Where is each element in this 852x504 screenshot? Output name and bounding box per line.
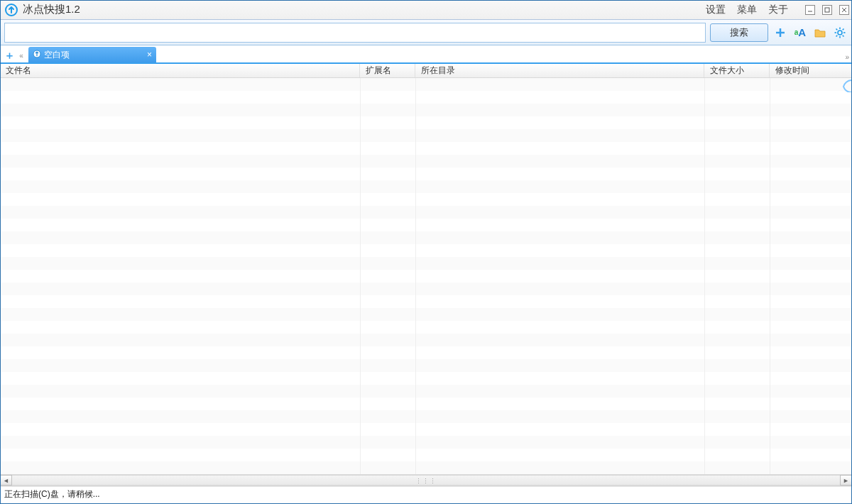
table-row bbox=[0, 321, 852, 334]
search-input[interactable] bbox=[4, 23, 706, 43]
scroll-indicator-icon bbox=[842, 80, 852, 92]
table-row bbox=[0, 104, 852, 116]
gear-icon[interactable] bbox=[832, 25, 848, 40]
table-row bbox=[0, 168, 852, 180]
table-row bbox=[0, 206, 852, 219]
column-dir[interactable]: 所在目录 bbox=[415, 64, 704, 77]
menu-about[interactable]: 关于 bbox=[768, 4, 788, 16]
table-row bbox=[0, 372, 852, 385]
status-text: 正在扫描(C)盘，请稍候... bbox=[4, 488, 100, 500]
table-row bbox=[0, 334, 852, 346]
column-ext[interactable]: 扩展名 bbox=[360, 64, 415, 77]
new-tab-button[interactable]: ＋ bbox=[3, 48, 16, 62]
table-row bbox=[0, 180, 852, 193]
table-row bbox=[0, 423, 852, 436]
svg-line-14 bbox=[843, 28, 844, 30]
table-row bbox=[0, 91, 852, 104]
table-row bbox=[0, 449, 852, 461]
table-row bbox=[0, 231, 852, 244]
table-row bbox=[0, 155, 852, 168]
results-list bbox=[0, 78, 852, 474]
tab-label: 空白项 bbox=[44, 49, 70, 61]
svg-line-12 bbox=[836, 28, 838, 30]
column-size[interactable]: 文件大小 bbox=[704, 64, 770, 77]
column-divider bbox=[704, 78, 705, 474]
app-title: 冰点快搜1.2 bbox=[23, 3, 80, 16]
table-row bbox=[0, 129, 852, 142]
table-row bbox=[0, 219, 852, 231]
column-divider bbox=[770, 78, 770, 474]
search-bar: 搜索 aA bbox=[0, 20, 852, 45]
table-row bbox=[0, 398, 852, 410]
minimize-button[interactable] bbox=[805, 5, 815, 15]
menu-menu[interactable]: 菜单 bbox=[737, 4, 757, 16]
tab-icon bbox=[33, 50, 41, 60]
tab-blank[interactable]: 空白项 × bbox=[28, 47, 156, 62]
column-mtime[interactable]: 修改时间 bbox=[770, 64, 852, 77]
table-row bbox=[0, 461, 852, 474]
svg-line-13 bbox=[843, 35, 844, 36]
folder-icon[interactable] bbox=[812, 25, 828, 40]
scroll-left-button[interactable]: ◄ bbox=[0, 475, 12, 486]
table-row bbox=[0, 359, 852, 372]
table-row bbox=[0, 308, 852, 321]
table-row bbox=[0, 244, 852, 257]
scroll-grip-icon: ⋮⋮⋮ bbox=[415, 478, 437, 485]
close-button[interactable] bbox=[839, 5, 849, 15]
table-row bbox=[0, 116, 852, 129]
table-row bbox=[0, 270, 852, 283]
tab-scroll-left[interactable]: « bbox=[16, 48, 27, 62]
table-row bbox=[0, 257, 852, 270]
tab-close-icon[interactable]: × bbox=[147, 50, 152, 60]
status-bar: 正在扫描(C)盘，请稍候... bbox=[0, 486, 852, 501]
tab-bar: ＋ « 空白项 × » bbox=[0, 45, 852, 64]
table-row bbox=[0, 78, 852, 91]
tab-scroll-right[interactable]: » bbox=[845, 53, 849, 61]
table-row bbox=[0, 410, 852, 423]
title-menu: 设置 菜单 关于 bbox=[706, 4, 788, 16]
table-row bbox=[0, 193, 852, 206]
horizontal-scrollbar[interactable]: ◄ ⋮⋮⋮ ► bbox=[0, 474, 852, 486]
table-row bbox=[0, 283, 852, 295]
svg-line-15 bbox=[836, 35, 838, 36]
table-row bbox=[0, 295, 852, 308]
column-filename[interactable]: 文件名 bbox=[0, 64, 360, 77]
font-large-glyph: A bbox=[798, 26, 806, 38]
maximize-button[interactable] bbox=[822, 5, 832, 15]
table-row bbox=[0, 346, 852, 359]
menu-settings[interactable]: 设置 bbox=[706, 4, 726, 16]
search-button[interactable]: 搜索 bbox=[710, 23, 768, 42]
table-row bbox=[0, 385, 852, 398]
column-divider bbox=[415, 78, 416, 474]
titlebar: 冰点快搜1.2 设置 菜单 关于 bbox=[0, 0, 852, 20]
svg-point-7 bbox=[838, 31, 842, 35]
table-row bbox=[0, 142, 852, 155]
add-icon[interactable] bbox=[772, 25, 788, 40]
app-logo-icon bbox=[4, 3, 18, 17]
column-headers: 文件名 扩展名 所在目录 文件大小 修改时间 bbox=[0, 64, 852, 78]
column-divider bbox=[360, 78, 361, 474]
window-controls bbox=[805, 5, 849, 15]
font-size-icon[interactable]: aA bbox=[792, 25, 808, 40]
svg-rect-2 bbox=[825, 8, 829, 12]
scroll-track[interactable]: ⋮⋮⋮ bbox=[12, 475, 840, 486]
scroll-right-button[interactable]: ► bbox=[840, 475, 852, 486]
table-row bbox=[0, 436, 852, 449]
